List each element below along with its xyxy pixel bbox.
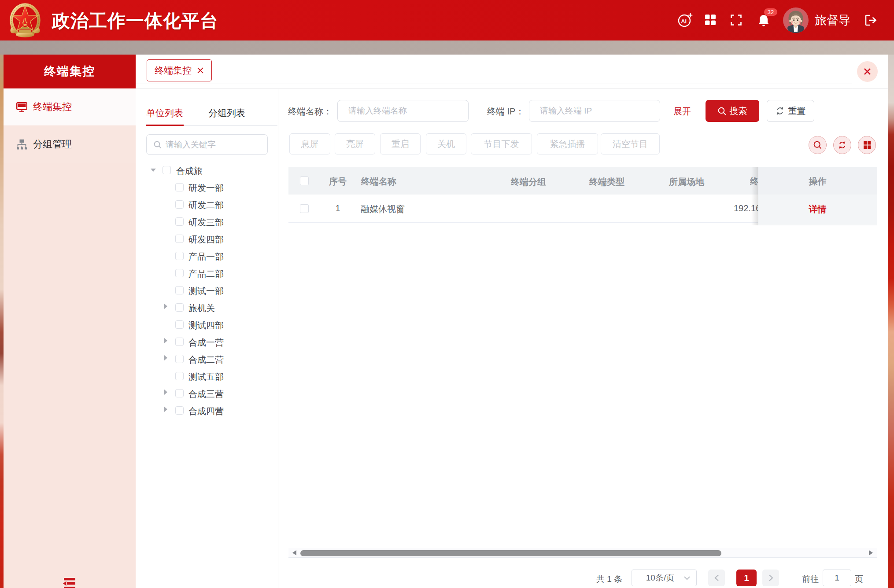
svg-text:八: 八: [22, 17, 28, 24]
svg-text:AI: AI: [681, 18, 687, 25]
